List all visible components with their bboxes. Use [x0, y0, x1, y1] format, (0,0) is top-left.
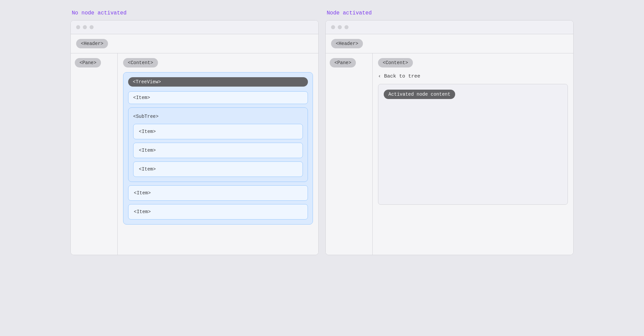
right-pane-badge: <Pane> — [330, 58, 356, 67]
left-panel-title: No node activated — [70, 10, 319, 16]
left-window: <Header> <Pane> <Content> <TreeView> <It… — [70, 20, 319, 255]
subtree-item-1[interactable]: <Item> — [133, 124, 303, 139]
tree-view-container: <TreeView> <Item> <SubTree> <Item> <Item… — [123, 72, 313, 225]
left-main-area: <Pane> <Content> <TreeView> <Item> <SubT… — [71, 53, 318, 255]
right-content-section: <Content> ‹ Back to tree Activated node … — [373, 53, 573, 255]
activated-node-label: Activated node content — [384, 90, 455, 99]
left-content-badge: <Content> — [123, 58, 158, 67]
right-dot-yellow — [338, 25, 342, 29]
subtree-item-3[interactable]: <Item> — [133, 161, 303, 177]
dot-yellow — [83, 25, 87, 29]
tree-view-header-badge: <TreeView> — [128, 77, 308, 87]
right-title-bar — [326, 20, 573, 34]
left-panel: No node activated <Header> <Pane> <Conte… — [70, 10, 319, 255]
left-header-section: <Header> — [71, 34, 318, 53]
left-content-section: <Content> <TreeView> <Item> <SubTree> <I… — [118, 53, 318, 255]
tree-item-1[interactable]: <Item> — [128, 91, 308, 104]
activated-node-box: Activated node content — [378, 84, 568, 205]
left-pane-section: <Pane> — [71, 53, 118, 255]
dot-green — [90, 25, 94, 29]
right-content-badge: <Content> — [378, 58, 413, 67]
left-header-badge: <Header> — [76, 39, 108, 48]
right-pane-section: <Pane> — [326, 53, 373, 255]
dot-red — [76, 25, 80, 29]
right-header-badge: <Header> — [331, 39, 363, 48]
right-window: <Header> <Pane> <Content> ‹ Back to tree… — [325, 20, 574, 255]
right-main-area: <Pane> <Content> ‹ Back to tree Activate… — [326, 53, 573, 255]
right-panel: Node activated <Header> <Pane> <Content>… — [325, 10, 574, 255]
subtree-item-2[interactable]: <Item> — [133, 143, 303, 158]
right-panel-title: Node activated — [325, 10, 574, 16]
left-pane-badge: <Pane> — [75, 58, 101, 67]
subtree-label: <SubTree> — [133, 112, 303, 121]
tree-item-2[interactable]: <Item> — [128, 185, 308, 201]
right-header-section: <Header> — [326, 34, 573, 53]
tree-item-3[interactable]: <Item> — [128, 204, 308, 220]
right-dot-green — [344, 25, 348, 29]
subtree-container: <SubTree> <Item> <Item> <Item> — [128, 107, 308, 182]
left-title-bar — [71, 20, 318, 34]
right-dot-red — [331, 25, 335, 29]
back-to-tree-link[interactable]: ‹ Back to tree — [378, 74, 568, 79]
